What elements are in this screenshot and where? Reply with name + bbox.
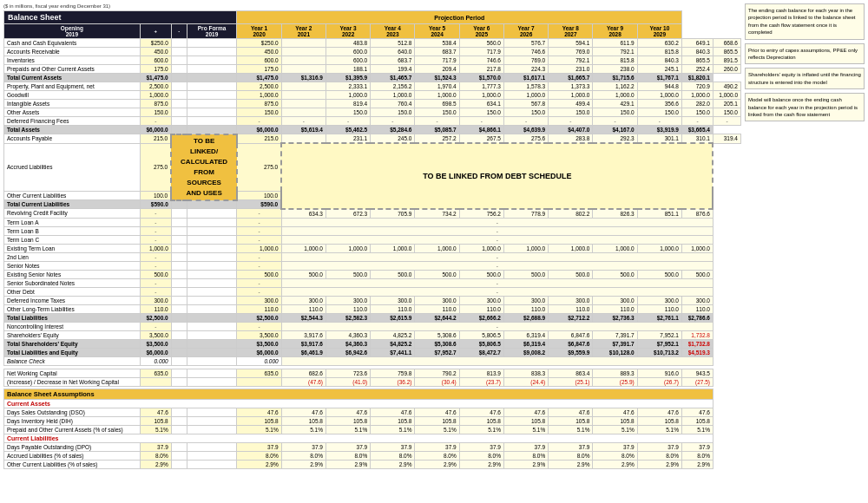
- subtitle: ($ in millions, fiscal year ending Decem…: [3, 3, 741, 9]
- table-row: Other Debt - - -: [4, 287, 741, 296]
- opening-cash: $250.0: [140, 39, 171, 48]
- col-y4: Year 42023: [371, 24, 415, 39]
- accrued-pct-row: Accrued Liabilities (% of sales) 8.0% 8.…: [4, 451, 741, 460]
- notes-panel: The ending cash balance for each year in…: [745, 3, 865, 469]
- col-opening: Opening2019: [4, 24, 141, 39]
- main-table-container: ($ in millions, fiscal year ending Decem…: [3, 3, 741, 469]
- col-y8: Year 82027: [549, 24, 593, 39]
- section-title: Balance Sheet: [4, 11, 237, 24]
- table-row: Other Long-Term Liabilities 110.0 110.0 …: [4, 304, 741, 313]
- note-2: Prior to entry of capex assumptions, PP&…: [745, 43, 865, 65]
- table-row: Other Assets 150.0 150.0 150.0 150.0 150…: [4, 108, 741, 117]
- table-row: Intangible Assets 875.0 875.0 819.4 760.…: [4, 100, 741, 108]
- projection-period-header: Projection Period: [237, 11, 682, 24]
- col-y1: Year 12020: [237, 24, 281, 39]
- current-assets-assumption-header: Current Assets: [4, 399, 741, 408]
- table-row: Revolving Credit Facility - - 634.3 672.…: [4, 209, 741, 219]
- table-row: Existing Senior Notes 500.0 500.0 500.0 …: [4, 270, 741, 278]
- total-liabilities-row: Total Liabilities $2,500.0 $2,500.0 $2,5…: [4, 313, 741, 322]
- table-row: Deferred Financing Fees - - - - - - - - …: [4, 117, 741, 126]
- table-row: Noncontrolling Interest - - -: [4, 322, 741, 330]
- table-row: Senior Subordinated Notes - - -: [4, 278, 741, 287]
- total-liab-equity-row: Total Liabilities and Equity $6,000.0 $6…: [4, 348, 741, 356]
- page: ($ in millions, fiscal year ending Decem…: [0, 0, 868, 503]
- balance-sheet-table: Balance Sheet Projection Period Opening2…: [3, 10, 741, 469]
- table-row: Accrued Liabilities 275.0 275.0 TO BE LI…: [4, 143, 741, 192]
- note-4: Model will balance once the ending cash …: [745, 93, 865, 121]
- current-liabilities-assumption-header: Current Liabilities: [4, 434, 741, 442]
- table-row: Term Loan C - - -: [4, 235, 741, 244]
- change-nwc-row: (Increase) / Decrease in Net Working Cap…: [4, 377, 741, 386]
- total-current-assets-row: Total Current Assets $1,475.0 $1,475.0 $…: [4, 74, 741, 82]
- table-row: Goodwill 1,000.0 1,000.0 1,000.0 1,000.0…: [4, 91, 741, 100]
- table-row: Property, Plant and Equipment, net 2,500…: [4, 82, 741, 91]
- col-y9: Year 92028: [593, 24, 637, 39]
- note-1: The ending cash balance for each year in…: [745, 3, 865, 40]
- assumptions-header-row: Balance Sheet Assumptions: [4, 389, 741, 399]
- total-assets-row: Total Assets $6,000.0 $6,000.0 $5,619.4 …: [4, 126, 741, 134]
- table-row: Existing Term Loan 1,000.0 1,000.0 1,000…: [4, 244, 741, 252]
- col-y5: Year 52024: [415, 24, 459, 39]
- dso-row: Days Sales Outstanding (DSO) 47.6 47.6 4…: [4, 408, 741, 416]
- table-row: Deferred Income Taxes 300.0 300.0 300.0 …: [4, 296, 741, 304]
- col-y7: Year 72026: [503, 24, 548, 39]
- other-cl-pct-row: Other Current Liabilities (% of sales) 2…: [4, 460, 741, 468]
- table-row: Shareholders' Equity 3,500.0 3,500.0 3,9…: [4, 330, 741, 339]
- table-row: Senior Notes - - -: [4, 261, 741, 270]
- col-y3: Year 32022: [326, 24, 370, 39]
- prepaid-pct-row: Prepaid and Other Current Assets (% of s…: [4, 425, 741, 434]
- col-y6: Year 62025: [459, 24, 503, 39]
- dih-row: Days Inventory Held (DIH) 105.8 105.8 10…: [4, 416, 741, 425]
- table-row: Term Loan A - - -: [4, 218, 741, 226]
- table-row: 2nd Lien - - -: [4, 252, 741, 261]
- col-proforma: Pro Forma2019: [187, 24, 237, 39]
- note-3: Shareholders' equity is inflated until t…: [745, 68, 865, 89]
- total-equity-row: Total Shareholders' Equity $3,500.0 $3,5…: [4, 339, 741, 348]
- dpo-row: Days Payable Outstanding (DPO) 37.9 37.9…: [4, 442, 741, 451]
- row-cash: Cash and Cash Equivalents: [4, 39, 141, 48]
- col-y10: Year 102029: [637, 24, 681, 39]
- table-row: Cash and Cash Equivalents $250.0 $250.0 …: [4, 39, 741, 48]
- col-y2: Year 22021: [281, 24, 326, 39]
- table-row: Prepaids and Other Current Assets 175.0 …: [4, 65, 741, 74]
- table-row: Term Loan B - - -: [4, 226, 741, 235]
- balance-check-row: Balance Check 0.000 0.000: [4, 356, 741, 365]
- table-row: Accounts Payable 215.0 TO BELINKED/CALCU…: [4, 134, 741, 144]
- nwc-row: Net Working Capital 635.0 635.0 682.6 72…: [4, 369, 741, 377]
- col-adj-plus: +: [140, 24, 171, 39]
- table-row: Accounts Receivable 450.0 450.0 600.0 64…: [4, 48, 741, 56]
- col-adj-minus: -: [171, 24, 187, 39]
- table-row: Inventories 600.0 600.0 600.0 683.7 717.…: [4, 56, 741, 65]
